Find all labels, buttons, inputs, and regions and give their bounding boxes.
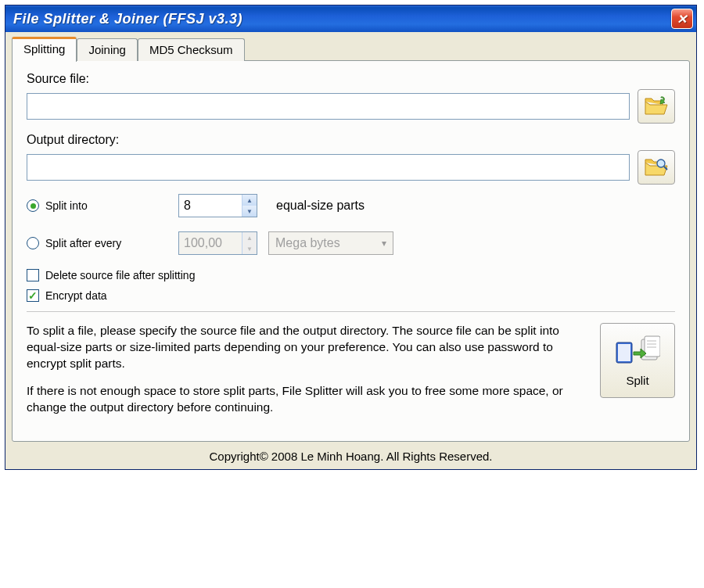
- size-up-button: ▲: [242, 232, 257, 243]
- parts-up-button[interactable]: ▲: [242, 195, 257, 206]
- source-file-input[interactable]: [27, 93, 630, 120]
- tab-joining[interactable]: Joining: [77, 38, 138, 61]
- delete-source-indicator: [27, 269, 39, 281]
- app-window: File Splitter & Joiner (FFSJ v3.3) ✕ Spl…: [5, 5, 697, 470]
- separator: [27, 311, 675, 312]
- titlebar[interactable]: File Splitter & Joiner (FFSJ v3.3) ✕: [5, 5, 696, 32]
- chevron-down-icon: ▾: [382, 238, 386, 249]
- parts-down-button[interactable]: ▼: [242, 206, 257, 217]
- source-file-label: Source file:: [27, 72, 675, 86]
- radio-split-after-indicator: [27, 237, 39, 249]
- encrypt-data-indicator: [27, 289, 39, 302]
- encrypt-data-label: Encrypt data: [45, 289, 107, 302]
- size-value-spinner: ▲ ▼: [178, 231, 257, 255]
- tab-strip: Splitting Joining MD5 Checksum: [12, 37, 690, 61]
- equal-parts-label: equal-size parts: [276, 199, 365, 213]
- tabpanel-splitting: Source file: Output directory:: [12, 60, 690, 442]
- size-unit-value: Mega bytes: [275, 236, 340, 250]
- output-dir-label: Output directory:: [27, 133, 675, 147]
- size-unit-select: Mega bytes ▾: [268, 231, 393, 255]
- size-value-input: [179, 232, 242, 254]
- tab-splitting[interactable]: Splitting: [12, 37, 77, 62]
- parts-count-input[interactable]: [179, 195, 242, 217]
- delete-source-checkbox[interactable]: Delete source file after splitting: [27, 269, 675, 281]
- svg-rect-3: [618, 344, 630, 361]
- output-dir-input[interactable]: [27, 154, 630, 181]
- tab-md5[interactable]: MD5 Checksum: [138, 38, 245, 61]
- help-paragraph-1: To split a file, please specify the sour…: [27, 323, 589, 372]
- encrypt-data-checkbox[interactable]: Encrypt data: [27, 289, 675, 302]
- browse-source-button[interactable]: [638, 89, 675, 124]
- delete-source-label: Delete source file after splitting: [45, 269, 195, 281]
- browse-output-button[interactable]: [638, 150, 675, 185]
- client-area: Splitting Joining MD5 Checksum Source fi…: [5, 32, 696, 469]
- split-button[interactable]: Split: [600, 323, 675, 398]
- help-text: To split a file, please specify the sour…: [27, 323, 589, 427]
- footer-copyright: Copyright© 2008 Le Minh Hoang. All Right…: [12, 442, 690, 466]
- radio-split-after-label: Split after every: [45, 237, 121, 249]
- radio-split-into-label: Split into: [45, 199, 88, 212]
- split-button-label: Split: [626, 374, 648, 387]
- radio-split-into-indicator: [27, 199, 39, 212]
- size-down-button: ▼: [242, 243, 257, 254]
- close-button[interactable]: ✕: [671, 9, 693, 29]
- folder-search-icon: [644, 156, 669, 178]
- close-icon: ✕: [677, 12, 688, 27]
- svg-rect-5: [645, 336, 660, 357]
- folder-open-icon: [644, 95, 669, 117]
- svg-point-0: [657, 160, 665, 167]
- parts-count-spinner[interactable]: ▲ ▼: [178, 194, 257, 217]
- window-title: File Splitter & Joiner (FFSJ v3.3): [13, 11, 671, 27]
- help-paragraph-2: If there is not enough space to store sp…: [27, 383, 589, 416]
- radio-split-after[interactable]: Split after every: [27, 237, 167, 249]
- radio-split-into[interactable]: Split into: [27, 199, 167, 212]
- split-icon: [615, 335, 660, 369]
